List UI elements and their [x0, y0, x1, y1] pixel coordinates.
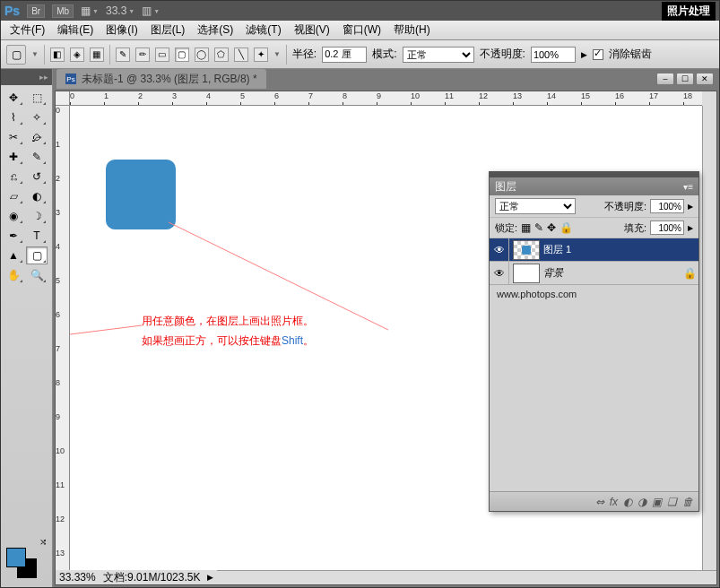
move-tool[interactable]: ✥: [3, 89, 24, 107]
menu-filter[interactable]: 滤镜(T): [240, 21, 286, 39]
screen-mode-dropdown[interactable]: ▦: [81, 4, 99, 17]
ellipse-shape-icon[interactable]: ◯: [195, 48, 209, 62]
maximize-doc-icon[interactable]: ☐: [676, 73, 694, 85]
path-select-tool[interactable]: ▲: [3, 246, 24, 264]
document-title: 未标题-1 @ 33.3% (图层 1, RGB/8) *: [82, 72, 257, 87]
marquee-tool[interactable]: ⬚: [26, 89, 48, 107]
tools-panel: ▸▸ ✥⬚ ⌇✧ ✂⌮ ✚✎ ⎌↺ ▱◐ ◉☽ ✒T ▲▢ ✋🔍 ⤭: [1, 69, 53, 587]
lock-all-icon[interactable]: 🔒: [560, 221, 573, 234]
rounded-rect-shape-icon[interactable]: ▢: [175, 48, 189, 62]
menu-edit[interactable]: 编辑(E): [52, 21, 99, 39]
status-zoom[interactable]: 33.33%: [59, 571, 96, 584]
fill-pixels-icon[interactable]: ▦: [90, 48, 104, 62]
lasso-tool[interactable]: ⌇: [3, 108, 24, 126]
menu-help[interactable]: 帮助(H): [388, 21, 436, 39]
ruler-horizontal[interactable]: 0123456789101112131415161718: [70, 91, 702, 106]
rounded-rect-shape[interactable]: [106, 160, 176, 229]
delete-layer-icon[interactable]: 🗑: [682, 496, 693, 508]
dodge-tool[interactable]: ☽: [26, 207, 48, 225]
new-layer-icon[interactable]: ❏: [667, 496, 677, 508]
ps-logo: Ps: [4, 4, 20, 18]
ruler-vertical[interactable]: 012345678910111213: [56, 106, 70, 570]
brush-tool[interactable]: ✎: [26, 148, 48, 166]
lock-pixels-icon[interactable]: ✎: [534, 221, 543, 234]
lock-transparency-icon[interactable]: ▦: [521, 221, 531, 234]
stamp-tool[interactable]: ⎌: [3, 168, 24, 186]
collapse-tools-icon[interactable]: ▸▸: [39, 73, 48, 82]
menu-window[interactable]: 窗口(W): [337, 21, 386, 39]
menubar: 文件(F) 编辑(E) 图像(I) 图层(L) 选择(S) 滤镜(T) 视图(V…: [1, 21, 719, 40]
pen-icon[interactable]: ✎: [116, 48, 130, 62]
menu-image[interactable]: 图像(I): [100, 21, 143, 39]
layers-panel[interactable]: 图层 ▾≡ 正常 不透明度: ▶ 锁定: ▦ ✎ ✥ 🔒 填充: ▶ 👁 图层 …: [489, 171, 699, 512]
crop-tool[interactable]: ✂: [3, 128, 24, 146]
layer-row[interactable]: 👁 背景 🔒: [490, 262, 698, 285]
layer-thumbnail[interactable]: [513, 264, 540, 283]
pen-tool[interactable]: ✒: [3, 227, 24, 245]
blend-mode-select[interactable]: 正常: [403, 47, 474, 63]
scrollbar-vertical[interactable]: [702, 106, 716, 570]
menu-view[interactable]: 视图(V): [289, 21, 335, 39]
heal-tool[interactable]: ✚: [3, 148, 24, 166]
lock-position-icon[interactable]: ✥: [547, 221, 556, 234]
antialias-checkbox[interactable]: [593, 49, 603, 60]
radius-label: 半径:: [292, 47, 317, 62]
hand-tool[interactable]: ✋: [3, 266, 24, 284]
history-brush-tool[interactable]: ↺: [26, 168, 48, 186]
eraser-tool[interactable]: ▱: [3, 187, 24, 205]
color-swatches: ⤭: [1, 542, 52, 587]
layer-opacity-input[interactable]: [650, 199, 684, 213]
paths-icon[interactable]: ◈: [70, 48, 84, 62]
menu-select[interactable]: 选择(S): [192, 21, 239, 39]
opacity-input[interactable]: [531, 47, 576, 63]
zoom-tool[interactable]: 🔍: [26, 266, 48, 284]
ruler-origin[interactable]: [56, 91, 70, 106]
arrange-dropdown[interactable]: ▥: [142, 4, 160, 17]
layer-mask-icon[interactable]: ◐: [623, 496, 632, 508]
layer-fx-icon[interactable]: fx: [610, 496, 618, 508]
close-doc-icon[interactable]: ✕: [696, 73, 714, 85]
line-shape-icon[interactable]: ╲: [234, 48, 248, 62]
workspace-label[interactable]: 照片处理: [662, 2, 716, 21]
wand-tool[interactable]: ✧: [26, 108, 48, 126]
layer-name[interactable]: 图层 1: [543, 243, 698, 256]
status-doc-size[interactable]: 文档:9.01M/1023.5K: [103, 570, 201, 585]
current-tool-icon[interactable]: ▢: [6, 45, 26, 65]
layer-fill-input[interactable]: [650, 220, 684, 235]
type-tool[interactable]: T: [26, 227, 48, 245]
visibility-toggle-icon[interactable]: 👁: [490, 238, 509, 261]
options-bar: ▢ ▼ ◧ ◈ ▦ ✎ ✏ ▭ ▢ ◯ ⬠ ╲ ✦ ▼ 半径: 模式: 正常 不…: [1, 40, 719, 69]
link-layers-icon[interactable]: ⇔: [595, 496, 604, 508]
minibridge-button[interactable]: Mb: [52, 4, 74, 18]
gradient-tool[interactable]: ◐: [26, 187, 48, 205]
menu-layer[interactable]: 图层(L): [145, 21, 191, 39]
layer-row[interactable]: 👁 图层 1: [490, 238, 698, 262]
scrollbar-horizontal[interactable]: [217, 570, 716, 584]
rect-shape-icon[interactable]: ▭: [155, 48, 169, 62]
layer-group-icon[interactable]: ▣: [652, 496, 662, 508]
zoom-dropdown[interactable]: 33.3: [106, 4, 134, 17]
minimize-doc-icon[interactable]: –: [656, 73, 674, 85]
visibility-toggle-icon[interactable]: 👁: [490, 262, 509, 284]
bridge-button[interactable]: Br: [27, 4, 45, 18]
shape-layers-icon[interactable]: ◧: [50, 48, 65, 62]
document-tab[interactable]: Ps 未标题-1 @ 33.3% (图层 1, RGB/8) *: [56, 69, 266, 90]
radius-input[interactable]: [322, 47, 367, 63]
eyedropper-tool[interactable]: ⌮: [26, 128, 48, 146]
panel-menu-icon[interactable]: ▾≡: [683, 182, 693, 192]
annotation-text: 用任意颜色，在图层上画出照片框。 如果想画正方，可以按住键盘Shift。: [142, 312, 314, 350]
zoom-value: 33.3: [106, 4, 126, 17]
swap-colors-icon[interactable]: ⤭: [39, 537, 47, 547]
shape-tool[interactable]: ▢: [26, 246, 48, 264]
polygon-shape-icon[interactable]: ⬠: [214, 48, 229, 62]
opacity-label: 不透明度:: [480, 47, 525, 62]
adjustment-layer-icon[interactable]: ◑: [638, 496, 646, 508]
blur-tool[interactable]: ◉: [3, 207, 24, 225]
layer-thumbnail[interactable]: [513, 240, 540, 260]
custom-shape-icon[interactable]: ✦: [254, 48, 268, 62]
menu-file[interactable]: 文件(F): [4, 21, 50, 39]
fg-color-swatch[interactable]: [6, 548, 26, 567]
layer-blend-select[interactable]: 正常: [495, 198, 576, 214]
freeform-pen-icon[interactable]: ✏: [135, 48, 150, 62]
layer-name[interactable]: 背景: [543, 266, 681, 280]
